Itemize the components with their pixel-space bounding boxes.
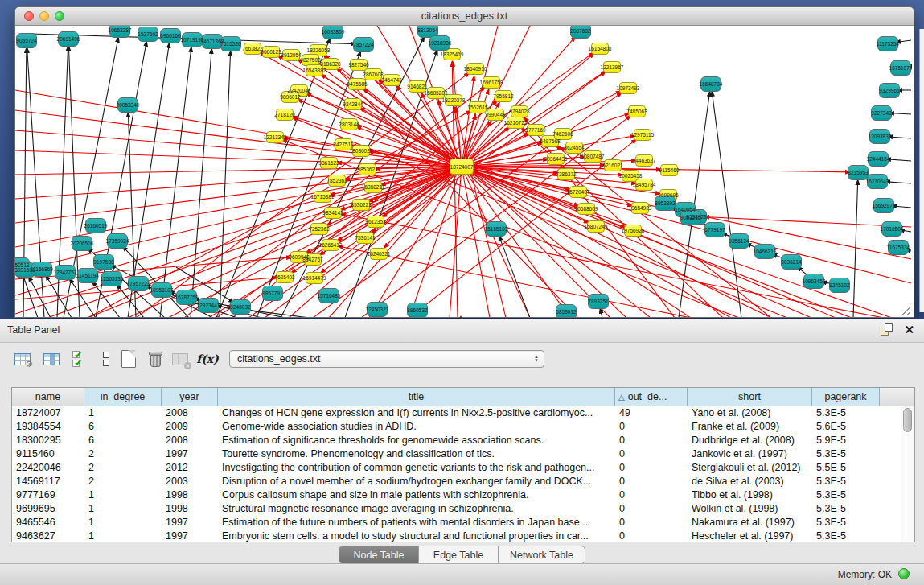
graph-node[interactable]: 12213343 — [266, 131, 284, 143]
table-row[interactable]: 1872400712008Changes of HCN gene express… — [12, 406, 901, 419]
graph-node[interactable]: 9612353 — [367, 216, 384, 228]
table-cell[interactable]: 1 — [84, 489, 162, 501]
table-cell[interactable]: 2 — [84, 462, 162, 473]
table-cell[interactable]: Jankovic et al. (1997) — [688, 448, 812, 459]
table-cell[interactable]: 1998 — [162, 503, 218, 514]
graph-node[interactable]: 2803144 — [340, 118, 358, 130]
graph-node[interactable]: 6216021 — [604, 159, 622, 171]
graph-node[interactable]: 10653287 — [109, 26, 130, 38]
column-header-year[interactable]: year — [162, 388, 218, 406]
graph-node[interactable]: 7386372 — [557, 168, 575, 180]
table-cell[interactable]: 0 — [615, 489, 688, 501]
table-cell[interactable]: 18724007 — [12, 407, 84, 418]
graph-node[interactable]: 15692971 — [873, 198, 894, 213]
table-cell[interactable]: Embryonic stem cells: a model to study s… — [218, 530, 615, 542]
table-cell[interactable]: 1998 — [162, 489, 218, 501]
table-cell[interactable]: 1997 — [162, 448, 218, 459]
graph-node[interactable]: 9055724 — [16, 33, 37, 48]
table-cell[interactable]: 0 — [615, 448, 688, 459]
graph-node[interactable]: 9242844 — [344, 98, 362, 110]
table-options-button[interactable]: ⚙ — [13, 348, 32, 369]
table-cell[interactable]: 2009 — [162, 421, 218, 432]
graph-node[interactable]: 16782759 — [176, 290, 197, 305]
graph-node[interactable]: 12975115 — [634, 129, 651, 141]
table-cell[interactable]: Stergiakouli et al. (2012) — [688, 462, 812, 473]
graph-node[interactable]: 6853012 — [556, 304, 577, 318]
graph-node[interactable]: 3624554 — [565, 142, 583, 154]
new-attribute-button[interactable] — [119, 348, 138, 369]
table-cell[interactable]: 5.3E-5 — [812, 476, 880, 487]
table-cell[interactable]: 5.3E-5 — [812, 407, 880, 418]
table-cell[interactable]: Genome-wide association studies in ADHD. — [218, 421, 615, 432]
graph-node[interactable]: 15751074 — [890, 60, 911, 76]
graph-node[interactable]: 16154808 — [591, 43, 609, 55]
scrollbar-thumb[interactable] — [903, 408, 912, 432]
table-cell[interactable]: Disruption of a novel member of a sodium… — [218, 476, 615, 487]
table-cell[interactable]: 1 — [84, 530, 162, 542]
table-row[interactable]: 911546021997Tourette syndrome. Phenomeno… — [12, 447, 901, 460]
graph-node[interactable]: 2087682 — [570, 26, 591, 39]
graph-node[interactable]: 2718120 — [276, 109, 294, 121]
graph-node[interactable]: 10958107 — [151, 282, 172, 298]
graph-node[interactable]: 9861523 — [320, 157, 338, 169]
graph-node[interactable]: 16715381 — [314, 191, 331, 203]
table-cell[interactable]: 9465546 — [12, 517, 84, 528]
function-builder-button[interactable]: f(x) — [198, 348, 217, 369]
table-cell[interactable]: 18300295 — [12, 435, 84, 446]
graph-node[interactable]: 16210643 — [867, 174, 888, 189]
table-cell[interactable]: 2 — [84, 448, 162, 459]
table-cell[interactable]: Yano et al. (2008) — [688, 407, 812, 418]
graph-node[interactable]: 16648784 — [700, 76, 721, 92]
table-cell[interactable]: 1997 — [162, 517, 218, 528]
graph-node[interactable]: 2867608 — [364, 68, 382, 80]
table-cell[interactable]: de Silva et al. (2003) — [688, 476, 812, 487]
graph-node[interactable]: 12923441 — [198, 298, 219, 313]
graph-node[interactable]: 9853621 — [359, 163, 376, 175]
graph-node[interactable]: 19654923 — [631, 202, 649, 214]
table-cell[interactable]: 14569117 — [12, 476, 84, 487]
table-cell[interactable]: 22420046 — [12, 462, 84, 473]
graph-node[interactable]: 11173254 — [877, 36, 898, 51]
table-row[interactable]: 946362711997Embryonic stem cells: a mode… — [12, 529, 901, 542]
table-cell[interactable]: 5.3E-5 — [812, 489, 880, 501]
tab-edge-table[interactable]: Edge Table — [419, 546, 499, 563]
graph-node[interactable]: 10719195 — [182, 32, 203, 47]
graph-node[interactable]: 16246321 — [370, 248, 388, 260]
table-cell[interactable]: 9699695 — [12, 503, 84, 514]
graph-node[interactable]: 8536221 — [352, 199, 370, 211]
table-cell[interactable]: 0 — [615, 421, 688, 432]
table-row[interactable]: 977716911998Corpus callosum shape and si… — [12, 488, 901, 501]
table-cell[interactable]: 5.3E-5 — [812, 503, 880, 514]
graph-node[interactable]: 9197588 — [93, 254, 114, 270]
table-cell[interactable]: Changes of HCN gene expression and I(f) … — [218, 407, 615, 418]
graph-node[interactable]: 18495784 — [635, 179, 653, 191]
graph-node[interactable]: 12450321 — [367, 302, 388, 317]
graph-node[interactable]: 9115460 — [660, 164, 678, 176]
graph-node[interactable]: 8454743 — [383, 74, 400, 86]
graph-node[interactable]: 9660123 — [262, 46, 280, 58]
graph-node[interactable]: 9356124 — [729, 233, 749, 249]
graph-node[interactable]: 16358211 — [364, 181, 382, 193]
graph-node[interactable]: 12505135 — [101, 271, 122, 286]
graph-hub-node[interactable]: 18724007 — [450, 159, 474, 175]
table-cell[interactable]: 0 — [615, 462, 688, 473]
table-cell[interactable]: 49 — [615, 407, 688, 418]
column-header-in-degree[interactable]: in_degree — [84, 388, 162, 406]
graph-node[interactable]: 10688609 — [577, 203, 595, 215]
graph-node[interactable]: 15807249 — [587, 220, 605, 233]
table-cell[interactable]: 5.9E-5 — [812, 435, 880, 446]
graph-node[interactable]: 16265412 — [322, 239, 339, 251]
graph-node[interactable]: 8960532 — [407, 303, 428, 318]
graph-node[interactable]: 7625402 — [276, 271, 294, 283]
table-cell[interactable]: Tourette syndrome. Phenomenology and cla… — [218, 448, 615, 459]
graph-node[interactable]: 20206506 — [72, 236, 92, 251]
graph-node[interactable]: 12444154 — [868, 151, 889, 167]
select-columns-button[interactable] — [42, 348, 61, 369]
graph-node[interactable]: 11156869 — [31, 262, 52, 277]
graph-node[interactable]: 6966160 — [160, 28, 181, 43]
column-header-title[interactable]: title — [218, 388, 615, 406]
table-cell[interactable]: 2 — [84, 476, 162, 487]
graph-node[interactable]: 26160519 — [85, 218, 106, 233]
table-cell[interactable]: 2008 — [162, 407, 218, 418]
table-cell[interactable]: 6 — [84, 435, 162, 446]
